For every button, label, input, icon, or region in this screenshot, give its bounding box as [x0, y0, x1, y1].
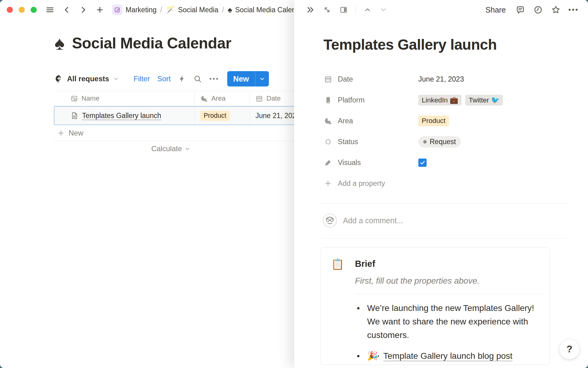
side-peek-panel: Share ••• Templates Gallery launch Date — [294, 0, 588, 368]
spade-page-icon[interactable]: ♠ — [55, 34, 65, 53]
property-label-status[interactable]: Status — [323, 138, 418, 146]
calendar-icon — [323, 75, 333, 83]
page-more-icon[interactable]: ••• — [568, 6, 579, 14]
compose-icon — [112, 5, 123, 15]
tag-product[interactable]: Product — [418, 116, 449, 126]
notion-window: Marketing / 🪄 Social Media / ♠ Social Me… — [0, 0, 588, 368]
peek-topbar: Share ••• — [294, 0, 588, 20]
shapes-icon — [323, 117, 333, 125]
breadcrumb-separator: / — [222, 6, 224, 14]
favorite-star-icon[interactable] — [551, 5, 560, 14]
traffic-lights — [7, 7, 37, 13]
close-peek-icon[interactable] — [306, 5, 315, 14]
column-header-name[interactable]: Name — [54, 91, 195, 106]
share-button[interactable]: Share — [485, 6, 506, 14]
comments-icon[interactable] — [516, 5, 525, 14]
property-label-platform[interactable]: Platform — [323, 96, 418, 104]
property-label-visuals[interactable]: Visuals — [323, 159, 418, 167]
comment-input[interactable]: Add a comment... — [343, 216, 403, 225]
bullet-text: We’re launching the new Templates Galler… — [367, 301, 542, 342]
expand-diagonal-icon[interactable] — [323, 6, 331, 14]
calculate-button[interactable]: Calculate — [54, 141, 195, 156]
property-row-visuals: Visuals — [323, 156, 564, 169]
pen-icon — [323, 159, 333, 167]
close-window-button[interactable] — [7, 7, 13, 13]
new-button-dropdown[interactable] — [255, 71, 269, 86]
bullet-marker: • — [355, 301, 360, 342]
bullet-item: • 🎉↗ Template Gallery launch blog post — [355, 349, 542, 363]
row-area-cell[interactable]: Product — [195, 106, 250, 125]
shapes-icon — [200, 95, 208, 102]
breadcrumb-item-marketing[interactable]: Marketing — [112, 5, 156, 15]
divider — [355, 6, 356, 14]
bullet-item: • We’re launching the new Templates Gall… — [355, 301, 542, 342]
database-toolbar: All requests Filter Sort ••• New — [55, 71, 269, 86]
area-tag[interactable]: Product — [200, 111, 230, 121]
calendar-icon — [255, 95, 263, 102]
column-header-area[interactable]: Area — [195, 91, 250, 106]
user-avatar — [323, 213, 337, 228]
magic-wand-icon: 🪄 — [166, 6, 175, 13]
side-peek-toggle-icon[interactable] — [339, 6, 348, 14]
view-label: All requests — [67, 75, 109, 83]
brief-hint-text: First, fill out the properties above. — [355, 276, 542, 286]
status-badge[interactable]: Request — [418, 136, 461, 148]
phone-icon — [323, 96, 333, 104]
forward-button[interactable] — [79, 6, 88, 14]
next-record-icon[interactable] — [379, 6, 387, 14]
brief-template-card: 📋 Brief First, fill out the properties a… — [320, 247, 550, 365]
bullet-marker: • — [355, 349, 360, 363]
minimize-window-button[interactable] — [19, 7, 25, 13]
breadcrumb-separator: / — [160, 6, 162, 14]
tag-linkedin[interactable]: LinkedIn 💼 — [418, 95, 462, 105]
row-name-cell[interactable]: Templates Gallery launch — [54, 106, 195, 125]
property-value-status[interactable]: Request — [418, 136, 461, 148]
chevron-down-icon — [113, 76, 119, 82]
property-value-visuals — [418, 159, 427, 167]
back-button[interactable] — [62, 6, 71, 14]
filter-button[interactable]: Filter — [134, 75, 150, 83]
breadcrumb-label: Marketing — [126, 6, 156, 14]
more-options-icon[interactable]: ••• — [209, 75, 219, 83]
request-bubble-icon — [55, 74, 64, 83]
add-property-button[interactable]: Add a property — [323, 177, 564, 190]
new-tab-icon[interactable] — [96, 6, 104, 14]
previous-record-icon[interactable] — [364, 6, 371, 14]
help-button[interactable]: ? — [559, 339, 580, 359]
property-label-date[interactable]: Date — [323, 75, 418, 83]
page-icon — [70, 112, 78, 120]
link-arrow-icon: ↗ — [376, 350, 380, 363]
property-row-area: Area Product — [323, 115, 564, 127]
search-icon[interactable] — [193, 75, 202, 83]
view-tab-all-requests[interactable]: All requests — [55, 74, 119, 83]
new-button[interactable]: New — [227, 71, 255, 86]
clipboard-icon: 📋 — [331, 258, 348, 270]
divider — [355, 294, 542, 294]
blog-post-page-link[interactable]: Template Gallery launch blog post — [383, 351, 513, 361]
brief-heading: Brief — [355, 258, 375, 269]
visuals-checkbox[interactable] — [418, 159, 427, 167]
status-dot — [423, 140, 427, 144]
tag-twitter[interactable]: Twitter 🐦 — [465, 95, 503, 105]
zoom-window-button[interactable] — [31, 7, 37, 13]
comment-row: Add a comment... — [323, 213, 403, 228]
sort-button[interactable]: Sort — [157, 75, 171, 83]
property-value-date[interactable]: June 21, 2023 — [418, 75, 464, 83]
updates-clock-icon[interactable] — [533, 5, 543, 14]
property-label-area[interactable]: Area — [323, 117, 418, 125]
spinner-icon — [323, 138, 333, 146]
sidebar-toggle-icon[interactable] — [45, 5, 55, 14]
breadcrumb-label: Social Media — [178, 6, 218, 14]
property-value-area[interactable]: Product — [418, 116, 449, 126]
lightning-icon[interactable] — [178, 75, 186, 83]
property-value-platform[interactable]: LinkedIn 💼 Twitter 🐦 — [418, 95, 503, 105]
database-title: ♠ Social Media Calendar — [55, 34, 231, 53]
breadcrumb-item-social-media[interactable]: 🪄 Social Media — [166, 6, 218, 14]
property-list: Date June 21, 2023 Platform LinkedIn 💼 T… — [323, 73, 564, 198]
spade-icon: ♠ — [228, 6, 232, 14]
title-property-icon — [70, 95, 78, 102]
page-title[interactable]: Social Media Calendar — [72, 34, 231, 52]
peek-page-title[interactable]: Templates Gallery launch — [323, 36, 497, 53]
row-title-link[interactable]: Templates Gallery launch — [82, 112, 161, 120]
party-popper-icon: 🎉↗ — [367, 349, 378, 363]
